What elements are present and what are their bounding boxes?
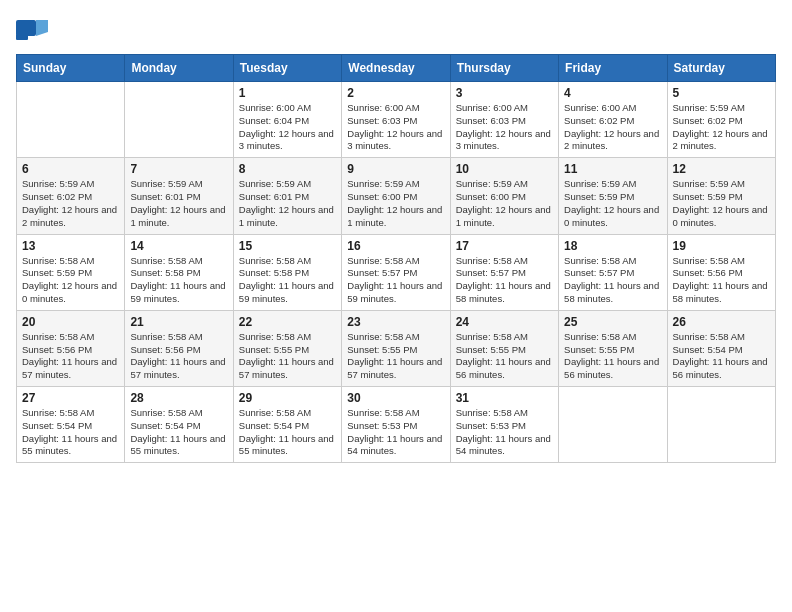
day-info: Sunrise: 5:58 AM Sunset: 5:59 PM Dayligh… <box>22 255 119 306</box>
calendar-cell: 28Sunrise: 5:58 AM Sunset: 5:54 PM Dayli… <box>125 387 233 463</box>
calendar-cell: 17Sunrise: 5:58 AM Sunset: 5:57 PM Dayli… <box>450 234 558 310</box>
calendar-cell <box>667 387 775 463</box>
day-number: 16 <box>347 239 444 253</box>
svg-marker-1 <box>36 20 48 36</box>
weekday-header-sunday: Sunday <box>17 55 125 82</box>
day-number: 3 <box>456 86 553 100</box>
calendar-week-3: 13Sunrise: 5:58 AM Sunset: 5:59 PM Dayli… <box>17 234 776 310</box>
day-info: Sunrise: 5:58 AM Sunset: 5:55 PM Dayligh… <box>239 331 336 382</box>
day-number: 25 <box>564 315 661 329</box>
calendar-cell: 31Sunrise: 5:58 AM Sunset: 5:53 PM Dayli… <box>450 387 558 463</box>
day-info: Sunrise: 5:59 AM Sunset: 5:59 PM Dayligh… <box>673 178 770 229</box>
day-number: 31 <box>456 391 553 405</box>
calendar-cell: 11Sunrise: 5:59 AM Sunset: 5:59 PM Dayli… <box>559 158 667 234</box>
calendar-cell: 3Sunrise: 6:00 AM Sunset: 6:03 PM Daylig… <box>450 82 558 158</box>
day-info: Sunrise: 5:58 AM Sunset: 5:58 PM Dayligh… <box>130 255 227 306</box>
day-info: Sunrise: 5:58 AM Sunset: 5:54 PM Dayligh… <box>22 407 119 458</box>
day-number: 1 <box>239 86 336 100</box>
calendar-cell: 29Sunrise: 5:58 AM Sunset: 5:54 PM Dayli… <box>233 387 341 463</box>
day-number: 23 <box>347 315 444 329</box>
calendar-cell: 30Sunrise: 5:58 AM Sunset: 5:53 PM Dayli… <box>342 387 450 463</box>
calendar-week-5: 27Sunrise: 5:58 AM Sunset: 5:54 PM Dayli… <box>17 387 776 463</box>
calendar-cell: 14Sunrise: 5:58 AM Sunset: 5:58 PM Dayli… <box>125 234 233 310</box>
calendar-cell <box>125 82 233 158</box>
day-number: 4 <box>564 86 661 100</box>
day-number: 8 <box>239 162 336 176</box>
day-number: 22 <box>239 315 336 329</box>
day-info: Sunrise: 5:59 AM Sunset: 5:59 PM Dayligh… <box>564 178 661 229</box>
day-number: 27 <box>22 391 119 405</box>
calendar-cell: 22Sunrise: 5:58 AM Sunset: 5:55 PM Dayli… <box>233 310 341 386</box>
calendar-cell <box>559 387 667 463</box>
calendar-cell: 12Sunrise: 5:59 AM Sunset: 5:59 PM Dayli… <box>667 158 775 234</box>
day-info: Sunrise: 5:58 AM Sunset: 5:54 PM Dayligh… <box>239 407 336 458</box>
day-number: 7 <box>130 162 227 176</box>
day-info: Sunrise: 6:00 AM Sunset: 6:02 PM Dayligh… <box>564 102 661 153</box>
calendar-cell: 23Sunrise: 5:58 AM Sunset: 5:55 PM Dayli… <box>342 310 450 386</box>
calendar-cell: 20Sunrise: 5:58 AM Sunset: 5:56 PM Dayli… <box>17 310 125 386</box>
calendar-cell: 1Sunrise: 6:00 AM Sunset: 6:04 PM Daylig… <box>233 82 341 158</box>
day-number: 10 <box>456 162 553 176</box>
day-info: Sunrise: 5:58 AM Sunset: 5:55 PM Dayligh… <box>347 331 444 382</box>
logo <box>16 16 52 44</box>
day-info: Sunrise: 5:58 AM Sunset: 5:56 PM Dayligh… <box>673 255 770 306</box>
calendar-week-4: 20Sunrise: 5:58 AM Sunset: 5:56 PM Dayli… <box>17 310 776 386</box>
logo-icon <box>16 16 48 44</box>
day-info: Sunrise: 5:59 AM Sunset: 6:00 PM Dayligh… <box>347 178 444 229</box>
day-info: Sunrise: 5:58 AM Sunset: 5:55 PM Dayligh… <box>456 331 553 382</box>
day-number: 20 <box>22 315 119 329</box>
day-number: 9 <box>347 162 444 176</box>
calendar-cell: 2Sunrise: 6:00 AM Sunset: 6:03 PM Daylig… <box>342 82 450 158</box>
weekday-header-saturday: Saturday <box>667 55 775 82</box>
calendar-cell <box>17 82 125 158</box>
day-info: Sunrise: 5:58 AM Sunset: 5:58 PM Dayligh… <box>239 255 336 306</box>
calendar-week-1: 1Sunrise: 6:00 AM Sunset: 6:04 PM Daylig… <box>17 82 776 158</box>
weekday-header-thursday: Thursday <box>450 55 558 82</box>
calendar-cell: 4Sunrise: 6:00 AM Sunset: 6:02 PM Daylig… <box>559 82 667 158</box>
day-info: Sunrise: 6:00 AM Sunset: 6:03 PM Dayligh… <box>347 102 444 153</box>
day-info: Sunrise: 5:58 AM Sunset: 5:55 PM Dayligh… <box>564 331 661 382</box>
weekday-header-wednesday: Wednesday <box>342 55 450 82</box>
day-number: 14 <box>130 239 227 253</box>
calendar-cell: 19Sunrise: 5:58 AM Sunset: 5:56 PM Dayli… <box>667 234 775 310</box>
calendar-cell: 10Sunrise: 5:59 AM Sunset: 6:00 PM Dayli… <box>450 158 558 234</box>
day-number: 19 <box>673 239 770 253</box>
calendar-cell: 21Sunrise: 5:58 AM Sunset: 5:56 PM Dayli… <box>125 310 233 386</box>
svg-rect-0 <box>16 20 36 36</box>
day-info: Sunrise: 5:58 AM Sunset: 5:54 PM Dayligh… <box>130 407 227 458</box>
calendar-cell: 5Sunrise: 5:59 AM Sunset: 6:02 PM Daylig… <box>667 82 775 158</box>
day-number: 2 <box>347 86 444 100</box>
calendar-cell: 25Sunrise: 5:58 AM Sunset: 5:55 PM Dayli… <box>559 310 667 386</box>
day-number: 24 <box>456 315 553 329</box>
calendar-cell: 6Sunrise: 5:59 AM Sunset: 6:02 PM Daylig… <box>17 158 125 234</box>
day-info: Sunrise: 5:59 AM Sunset: 6:01 PM Dayligh… <box>130 178 227 229</box>
day-number: 15 <box>239 239 336 253</box>
day-info: Sunrise: 5:59 AM Sunset: 6:02 PM Dayligh… <box>22 178 119 229</box>
day-info: Sunrise: 5:58 AM Sunset: 5:53 PM Dayligh… <box>347 407 444 458</box>
day-number: 6 <box>22 162 119 176</box>
day-info: Sunrise: 5:59 AM Sunset: 6:00 PM Dayligh… <box>456 178 553 229</box>
calendar-cell: 7Sunrise: 5:59 AM Sunset: 6:01 PM Daylig… <box>125 158 233 234</box>
calendar-cell: 24Sunrise: 5:58 AM Sunset: 5:55 PM Dayli… <box>450 310 558 386</box>
calendar-cell: 13Sunrise: 5:58 AM Sunset: 5:59 PM Dayli… <box>17 234 125 310</box>
day-number: 18 <box>564 239 661 253</box>
day-info: Sunrise: 5:58 AM Sunset: 5:54 PM Dayligh… <box>673 331 770 382</box>
day-info: Sunrise: 5:58 AM Sunset: 5:53 PM Dayligh… <box>456 407 553 458</box>
weekday-header-monday: Monday <box>125 55 233 82</box>
day-info: Sunrise: 5:59 AM Sunset: 6:02 PM Dayligh… <box>673 102 770 153</box>
calendar-cell: 18Sunrise: 5:58 AM Sunset: 5:57 PM Dayli… <box>559 234 667 310</box>
day-number: 29 <box>239 391 336 405</box>
day-number: 11 <box>564 162 661 176</box>
day-info: Sunrise: 6:00 AM Sunset: 6:03 PM Dayligh… <box>456 102 553 153</box>
calendar-cell: 26Sunrise: 5:58 AM Sunset: 5:54 PM Dayli… <box>667 310 775 386</box>
calendar-cell: 16Sunrise: 5:58 AM Sunset: 5:57 PM Dayli… <box>342 234 450 310</box>
day-number: 26 <box>673 315 770 329</box>
day-number: 21 <box>130 315 227 329</box>
day-number: 30 <box>347 391 444 405</box>
calendar-cell: 8Sunrise: 5:59 AM Sunset: 6:01 PM Daylig… <box>233 158 341 234</box>
day-info: Sunrise: 5:58 AM Sunset: 5:57 PM Dayligh… <box>456 255 553 306</box>
day-info: Sunrise: 5:58 AM Sunset: 5:56 PM Dayligh… <box>130 331 227 382</box>
day-number: 12 <box>673 162 770 176</box>
day-info: Sunrise: 5:58 AM Sunset: 5:57 PM Dayligh… <box>564 255 661 306</box>
calendar-cell: 27Sunrise: 5:58 AM Sunset: 5:54 PM Dayli… <box>17 387 125 463</box>
